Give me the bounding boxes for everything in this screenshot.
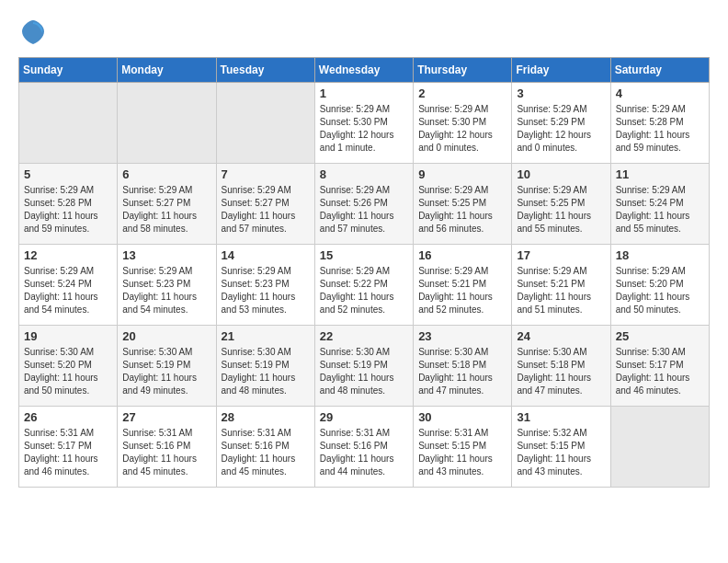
- cell-content: Sunrise: 5:30 AM: [418, 346, 506, 359]
- cell-content: and 53 minutes.: [222, 304, 310, 316]
- cell-content: Daylight: 11 hours: [616, 372, 704, 385]
- cell-content: and 54 minutes.: [122, 304, 210, 316]
- cell-content: and 0 minutes.: [517, 142, 605, 155]
- calendar-cell: [19, 83, 118, 164]
- cell-content: Sunset: 5:23 PM: [222, 278, 310, 291]
- calendar-cell: 3Sunrise: 5:29 AMSunset: 5:29 PMDaylight…: [512, 83, 610, 164]
- cell-content: Daylight: 11 hours: [122, 372, 210, 385]
- cell-content: Daylight: 11 hours: [418, 210, 506, 223]
- cell-content: Daylight: 11 hours: [320, 372, 408, 385]
- day-number: 30: [418, 410, 506, 424]
- calendar-cell: 8Sunrise: 5:29 AMSunset: 5:26 PMDaylight…: [314, 164, 413, 245]
- cell-content: and 47 minutes.: [418, 385, 506, 397]
- cell-content: Daylight: 11 hours: [320, 453, 408, 465]
- day-number: 27: [122, 410, 210, 424]
- cell-content: Sunrise: 5:29 AM: [616, 103, 704, 116]
- calendar-cell: 31Sunrise: 5:32 AMSunset: 5:15 PMDayligh…: [512, 407, 610, 488]
- day-number: 21: [222, 329, 310, 343]
- cell-content: Sunrise: 5:31 AM: [222, 427, 310, 440]
- cell-content: Sunrise: 5:29 AM: [418, 184, 506, 197]
- cell-content: Sunset: 5:16 PM: [122, 440, 210, 453]
- cell-content: Daylight: 11 hours: [24, 210, 112, 223]
- cell-content: Sunset: 5:25 PM: [418, 197, 506, 210]
- cell-content: Daylight: 11 hours: [418, 453, 506, 465]
- day-number: 26: [24, 410, 112, 424]
- logo: [18, 18, 46, 48]
- cell-content: and 57 minutes.: [320, 223, 408, 236]
- calendar-cell: 22Sunrise: 5:30 AMSunset: 5:19 PMDayligh…: [314, 326, 413, 407]
- cell-content: Daylight: 11 hours: [418, 372, 506, 385]
- cell-content: Daylight: 11 hours: [122, 210, 210, 223]
- cell-content: Sunset: 5:18 PM: [418, 359, 506, 372]
- calendar-cell: 28Sunrise: 5:31 AMSunset: 5:16 PMDayligh…: [216, 407, 314, 488]
- cell-content: and 46 minutes.: [616, 385, 704, 397]
- cell-content: Sunrise: 5:31 AM: [320, 427, 408, 440]
- weekday-header: Sunday: [19, 58, 118, 83]
- cell-content: Sunset: 5:16 PM: [320, 440, 408, 453]
- cell-content: Sunrise: 5:29 AM: [517, 103, 605, 116]
- cell-content: Sunrise: 5:32 AM: [517, 427, 605, 440]
- calendar-cell: 2Sunrise: 5:29 AMSunset: 5:30 PMDaylight…: [414, 83, 512, 164]
- cell-content: Sunrise: 5:29 AM: [320, 103, 408, 116]
- day-number: 16: [418, 248, 506, 262]
- cell-content: Daylight: 11 hours: [24, 453, 112, 465]
- cell-content: Daylight: 11 hours: [517, 453, 605, 465]
- weekday-header: Thursday: [414, 58, 512, 83]
- page-header: [18, 18, 710, 48]
- cell-content: Sunset: 5:27 PM: [222, 197, 310, 210]
- cell-content: Sunrise: 5:29 AM: [222, 265, 310, 278]
- cell-content: and 0 minutes.: [418, 142, 506, 155]
- cell-content: Sunset: 5:24 PM: [616, 197, 704, 210]
- cell-content: and 50 minutes.: [616, 304, 704, 316]
- cell-content: Daylight: 11 hours: [517, 372, 605, 385]
- cell-content: and 51 minutes.: [517, 304, 605, 316]
- cell-content: Daylight: 11 hours: [122, 453, 210, 465]
- cell-content: and 59 minutes.: [24, 223, 112, 236]
- calendar-cell: 9Sunrise: 5:29 AMSunset: 5:25 PMDaylight…: [414, 164, 512, 245]
- cell-content: Sunrise: 5:29 AM: [222, 184, 310, 197]
- cell-content: Sunrise: 5:30 AM: [616, 346, 704, 359]
- calendar-cell: 21Sunrise: 5:30 AMSunset: 5:19 PMDayligh…: [216, 326, 314, 407]
- cell-content: Sunset: 5:17 PM: [24, 440, 112, 453]
- day-number: 7: [222, 167, 310, 181]
- cell-content: Sunrise: 5:30 AM: [320, 346, 408, 359]
- day-number: 6: [122, 167, 210, 181]
- cell-content: and 49 minutes.: [122, 385, 210, 397]
- cell-content: Daylight: 11 hours: [222, 453, 310, 465]
- cell-content: Sunrise: 5:30 AM: [222, 346, 310, 359]
- cell-content: Sunset: 5:21 PM: [418, 278, 506, 291]
- cell-content: Sunrise: 5:29 AM: [122, 265, 210, 278]
- cell-content: and 48 minutes.: [222, 385, 310, 397]
- cell-content: Sunrise: 5:29 AM: [418, 265, 506, 278]
- cell-content: Daylight: 11 hours: [24, 372, 112, 385]
- day-number: 24: [517, 329, 605, 343]
- calendar-table: SundayMondayTuesdayWednesdayThursdayFrid…: [18, 57, 710, 488]
- cell-content: Sunset: 5:28 PM: [616, 116, 704, 129]
- cell-content: and 45 minutes.: [222, 465, 310, 478]
- day-number: 20: [122, 329, 210, 343]
- cell-content: Sunset: 5:30 PM: [320, 116, 408, 129]
- cell-content: Daylight: 11 hours: [222, 291, 310, 304]
- cell-content: Sunset: 5:22 PM: [320, 278, 408, 291]
- cell-content: and 55 minutes.: [616, 223, 704, 236]
- cell-content: Daylight: 11 hours: [418, 291, 506, 304]
- cell-content: Sunset: 5:29 PM: [517, 116, 605, 129]
- cell-content: and 46 minutes.: [24, 465, 112, 478]
- cell-content: Sunset: 5:30 PM: [418, 116, 506, 129]
- cell-content: Sunrise: 5:30 AM: [122, 346, 210, 359]
- cell-content: Sunset: 5:20 PM: [24, 359, 112, 372]
- cell-content: Daylight: 11 hours: [616, 210, 704, 223]
- cell-content: Sunset: 5:17 PM: [616, 359, 704, 372]
- cell-content: Daylight: 11 hours: [616, 291, 704, 304]
- day-number: 15: [320, 248, 408, 262]
- cell-content: Sunset: 5:25 PM: [517, 197, 605, 210]
- cell-content: Sunrise: 5:29 AM: [616, 184, 704, 197]
- day-number: 12: [24, 248, 112, 262]
- weekday-header: Friday: [512, 58, 610, 83]
- calendar-cell: [118, 83, 216, 164]
- cell-content: Daylight: 12 hours: [320, 129, 408, 142]
- calendar-cell: 14Sunrise: 5:29 AMSunset: 5:23 PMDayligh…: [216, 245, 314, 326]
- cell-content: Daylight: 11 hours: [122, 291, 210, 304]
- cell-content: Sunrise: 5:29 AM: [517, 265, 605, 278]
- cell-content: Sunset: 5:28 PM: [24, 197, 112, 210]
